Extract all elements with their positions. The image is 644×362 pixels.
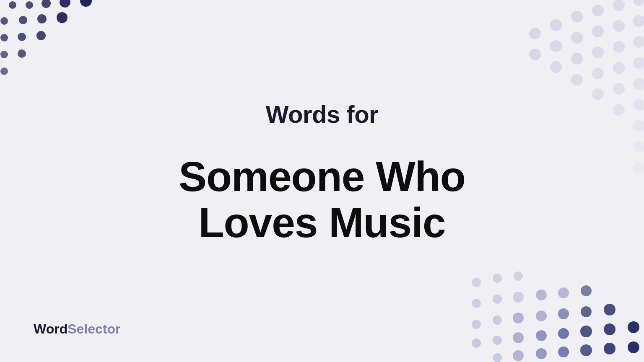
svg-point-69 bbox=[513, 350, 524, 361]
svg-point-72 bbox=[580, 344, 592, 356]
svg-point-9 bbox=[0, 34, 8, 41]
svg-point-38 bbox=[633, 78, 644, 90]
top-left-dots bbox=[0, 0, 101, 92]
svg-point-48 bbox=[493, 295, 502, 304]
svg-point-53 bbox=[472, 320, 481, 329]
svg-point-5 bbox=[0, 17, 8, 25]
logo: WordSelector bbox=[34, 321, 120, 337]
logo-word-part: Word bbox=[34, 321, 68, 336]
svg-point-46 bbox=[514, 272, 523, 281]
svg-point-34 bbox=[613, 62, 625, 74]
svg-point-58 bbox=[581, 306, 592, 317]
svg-point-28 bbox=[571, 53, 583, 65]
svg-point-7 bbox=[37, 14, 47, 23]
svg-point-23 bbox=[571, 32, 583, 44]
svg-point-35 bbox=[633, 57, 644, 69]
svg-point-59 bbox=[604, 304, 615, 315]
logo-selector-part: Selector bbox=[68, 321, 120, 336]
svg-point-26 bbox=[633, 15, 644, 27]
subtitle: Words for bbox=[179, 100, 465, 128]
svg-point-4 bbox=[80, 0, 92, 7]
svg-point-2 bbox=[42, 0, 51, 8]
svg-point-67 bbox=[628, 321, 639, 333]
svg-point-12 bbox=[0, 51, 8, 58]
svg-point-14 bbox=[0, 67, 8, 75]
svg-point-8 bbox=[57, 12, 68, 23]
svg-point-3 bbox=[60, 0, 70, 8]
svg-point-39 bbox=[613, 104, 625, 116]
svg-point-61 bbox=[493, 336, 502, 345]
svg-point-47 bbox=[472, 299, 481, 308]
svg-point-17 bbox=[571, 11, 583, 23]
main-title-line2: Loves Music bbox=[179, 199, 465, 246]
svg-point-57 bbox=[558, 308, 569, 319]
svg-point-62 bbox=[513, 332, 524, 343]
svg-point-73 bbox=[604, 343, 615, 354]
svg-point-6 bbox=[19, 16, 27, 24]
svg-point-37 bbox=[613, 83, 625, 95]
svg-point-10 bbox=[18, 33, 26, 41]
svg-point-22 bbox=[550, 40, 562, 52]
svg-point-70 bbox=[536, 348, 547, 359]
svg-point-16 bbox=[550, 19, 562, 31]
svg-point-0 bbox=[9, 1, 16, 9]
svg-point-41 bbox=[633, 120, 644, 132]
svg-point-13 bbox=[18, 49, 26, 58]
svg-point-42 bbox=[633, 141, 644, 153]
svg-point-63 bbox=[536, 330, 547, 341]
main-content: Words for Someone Who Loves Music bbox=[179, 100, 465, 246]
svg-point-33 bbox=[592, 67, 604, 79]
svg-point-24 bbox=[592, 26, 604, 37]
top-right-dots bbox=[510, 0, 644, 209]
svg-point-54 bbox=[493, 315, 502, 325]
svg-point-32 bbox=[571, 74, 583, 85]
main-title: Someone Who Loves Music bbox=[179, 153, 465, 246]
svg-point-60 bbox=[472, 339, 481, 348]
svg-point-30 bbox=[613, 41, 625, 53]
svg-point-74 bbox=[628, 341, 639, 353]
svg-point-31 bbox=[633, 36, 644, 48]
svg-point-40 bbox=[633, 99, 644, 111]
svg-point-20 bbox=[633, 0, 644, 6]
svg-point-19 bbox=[613, 0, 625, 11]
svg-point-56 bbox=[536, 310, 547, 321]
page-container: Words for Someone Who Loves Music WordSe… bbox=[0, 0, 644, 362]
svg-point-43 bbox=[633, 162, 644, 173]
svg-point-29 bbox=[592, 47, 604, 58]
svg-point-49 bbox=[513, 292, 524, 303]
svg-point-44 bbox=[472, 278, 481, 287]
svg-point-68 bbox=[493, 353, 502, 362]
svg-point-55 bbox=[513, 313, 524, 323]
svg-point-51 bbox=[558, 287, 569, 298]
svg-point-25 bbox=[613, 20, 625, 32]
svg-point-1 bbox=[26, 1, 33, 9]
svg-point-66 bbox=[604, 323, 615, 335]
svg-point-18 bbox=[592, 5, 604, 16]
svg-point-36 bbox=[592, 88, 604, 100]
svg-point-52 bbox=[581, 285, 592, 296]
svg-point-21 bbox=[529, 49, 541, 60]
svg-point-65 bbox=[580, 326, 592, 337]
svg-point-11 bbox=[36, 31, 46, 40]
svg-point-15 bbox=[529, 28, 541, 39]
svg-point-71 bbox=[558, 346, 569, 357]
svg-point-45 bbox=[493, 274, 502, 283]
svg-point-27 bbox=[550, 61, 562, 73]
svg-point-64 bbox=[558, 328, 569, 339]
bottom-right-dots bbox=[468, 270, 644, 362]
svg-point-50 bbox=[536, 290, 547, 300]
main-title-line1: Someone Who bbox=[179, 153, 465, 199]
